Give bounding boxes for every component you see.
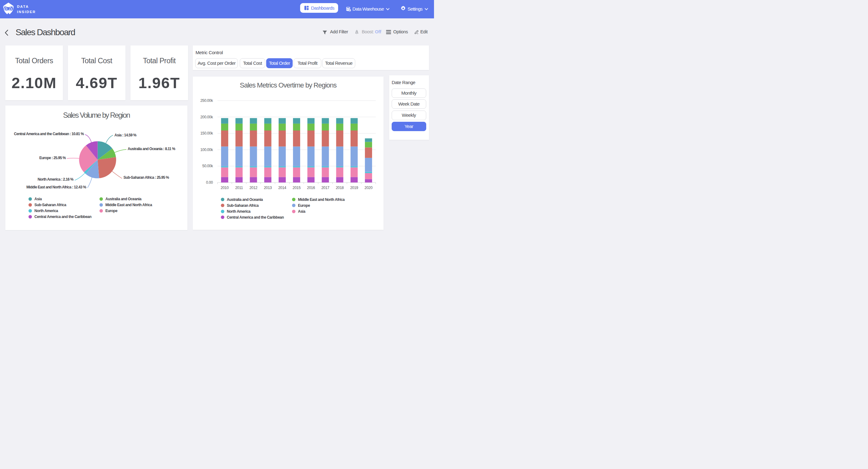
svg-text:Sales Volume by Region: Sales Volume by Region (63, 111, 130, 119)
svg-text:Asia : 14.59 %: Asia : 14.59 % (115, 133, 137, 137)
svg-text:Sales Metrics Overtime by Regi: Sales Metrics Overtime by Regions (240, 81, 337, 89)
svg-text:2015: 2015 (292, 185, 301, 189)
svg-text:Middle East and North Africa: Middle East and North Africa (298, 197, 345, 202)
svg-text:Central America and the Caribb: Central America and the Caribbean : 10.8… (14, 131, 84, 136)
svg-text:0.00: 0.00 (206, 180, 213, 185)
svg-text:Central America and the Caribb: Central America and the Caribbean (35, 214, 92, 219)
svg-text:2013: 2013 (264, 185, 272, 189)
svg-text:Australia and Oceania: Australia and Oceania (227, 197, 263, 202)
svg-text:2016: 2016 (307, 185, 315, 189)
svg-text:2012: 2012 (249, 185, 257, 189)
svg-text:2018: 2018 (336, 185, 344, 189)
svg-text:2011: 2011 (235, 185, 243, 189)
svg-text:Asia: Asia (35, 197, 42, 201)
svg-text:200.00k: 200.00k (200, 115, 213, 119)
svg-text:50.00k: 50.00k (202, 164, 213, 168)
svg-text:2017: 2017 (321, 185, 330, 189)
svg-text:250.00k: 250.00k (200, 98, 213, 103)
svg-text:Central America and the Caribb: Central America and the Caribbean (227, 215, 284, 219)
svg-text:Sub-Saharan Africa: Sub-Saharan Africa (35, 203, 67, 207)
svg-text:2020: 2020 (364, 185, 372, 189)
svg-text:Sub-Saharan Africa: Sub-Saharan Africa (227, 203, 259, 207)
svg-text:Europe : 25.95 %: Europe : 25.95 % (39, 155, 66, 160)
svg-text:Australia and Oceania: Australia and Oceania (105, 197, 142, 201)
svg-text:North America : 2.16 %: North America : 2.16 % (38, 177, 74, 181)
svg-text:2010: 2010 (220, 185, 228, 189)
svg-text:Sub-Saharan Africa : 25.95 %: Sub-Saharan Africa : 25.95 % (124, 175, 169, 180)
svg-text:North America: North America (227, 209, 251, 214)
svg-text:2019: 2019 (350, 185, 358, 189)
svg-text:Middle East and North Africa: Middle East and North Africa (105, 203, 152, 207)
svg-text:100.00k: 100.00k (200, 147, 213, 152)
svg-text:2014: 2014 (278, 185, 286, 189)
svg-text:North America: North America (35, 209, 59, 213)
svg-text:Asia: Asia (298, 209, 305, 214)
svg-text:Europe: Europe (298, 203, 310, 207)
svg-text:150.00k: 150.00k (200, 131, 213, 136)
svg-text:Middle East and North Africa :: Middle East and North Africa : 12.43 % (27, 185, 87, 189)
svg-text:Europe: Europe (105, 209, 118, 213)
svg-text:Australia and Oceania : 8.11 %: Australia and Oceania : 8.11 % (128, 146, 175, 151)
